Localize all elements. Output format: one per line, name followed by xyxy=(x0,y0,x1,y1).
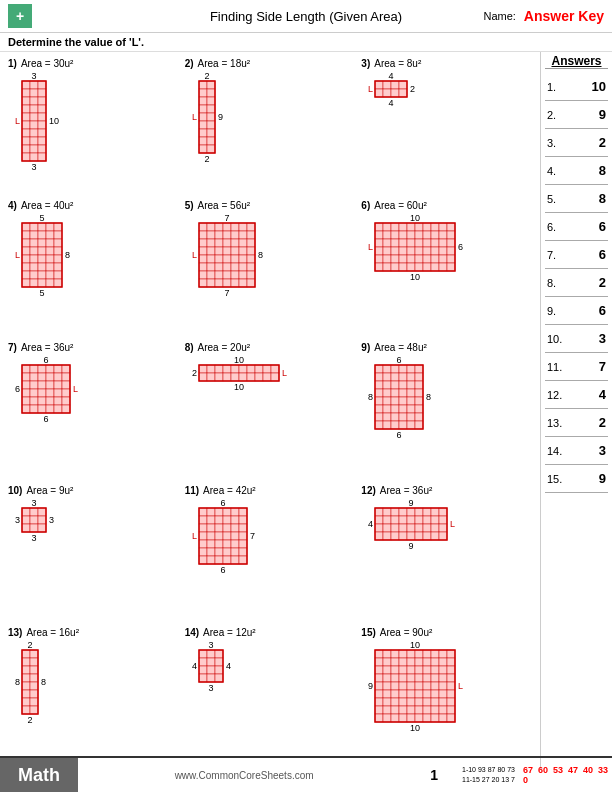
svg-rect-294 xyxy=(207,373,215,381)
svg-rect-386 xyxy=(239,516,247,524)
answer-val: 6 xyxy=(599,303,606,318)
svg-rect-450 xyxy=(383,532,391,540)
svg-rect-75 xyxy=(54,223,62,231)
svg-text:4: 4 xyxy=(226,661,231,671)
svg-rect-295 xyxy=(215,373,223,381)
svg-text:10: 10 xyxy=(49,116,59,126)
svg-rect-106 xyxy=(22,279,30,287)
svg-rect-409 xyxy=(231,548,239,556)
svg-rect-130 xyxy=(199,239,207,247)
svg-rect-523 xyxy=(391,666,399,674)
svg-text:2: 2 xyxy=(27,640,32,650)
svg-text:9: 9 xyxy=(409,541,414,551)
svg-text:3: 3 xyxy=(15,515,20,525)
svg-rect-436 xyxy=(415,516,423,524)
answer-item-2: 2.9 xyxy=(545,101,608,129)
svg-text:L: L xyxy=(192,112,197,122)
problem-9: 9)Area = 48u²6688 xyxy=(359,340,534,480)
svg-rect-422 xyxy=(375,508,383,516)
svg-rect-21 xyxy=(22,137,30,145)
svg-rect-12 xyxy=(22,113,30,121)
svg-rect-137 xyxy=(199,247,207,255)
svg-rect-379 xyxy=(231,508,239,516)
svg-rect-299 xyxy=(247,373,255,381)
svg-rect-433 xyxy=(391,516,399,524)
svg-rect-44 xyxy=(207,113,215,121)
problem-5: 5)Area = 56u²77L8 xyxy=(183,198,358,338)
svg-rect-116 xyxy=(199,223,207,231)
answer-item-4: 4.8 xyxy=(545,157,608,185)
svg-rect-93 xyxy=(38,255,46,263)
svg-rect-389 xyxy=(215,524,223,532)
svg-rect-330 xyxy=(407,389,415,397)
problem-3: 3)Area = 8u²44L2 xyxy=(359,56,534,196)
svg-rect-583 xyxy=(391,714,399,722)
svg-rect-216 xyxy=(447,247,455,255)
svg-rect-127 xyxy=(231,231,239,239)
svg-rect-5 xyxy=(38,89,46,97)
svg-rect-337 xyxy=(415,397,423,405)
svg-rect-77 xyxy=(30,231,38,239)
svg-rect-585 xyxy=(407,714,415,722)
svg-rect-244 xyxy=(38,365,46,373)
svg-rect-65 xyxy=(399,89,407,97)
svg-text:10: 10 xyxy=(234,355,244,365)
answer-num: 13. xyxy=(547,417,562,429)
area-text: Area = 36u² xyxy=(380,485,433,496)
svg-rect-3 xyxy=(22,89,30,97)
problem-13: 13)Area = 16u²2288 xyxy=(6,625,181,765)
svg-rect-80 xyxy=(54,231,62,239)
svg-rect-447 xyxy=(431,524,439,532)
svg-rect-236 xyxy=(447,263,455,271)
answer-num: 14. xyxy=(547,445,562,457)
svg-rect-293 xyxy=(199,373,207,381)
svg-rect-99 xyxy=(46,263,54,271)
problem-label-8: 8)Area = 20u² xyxy=(185,342,250,353)
svg-rect-23 xyxy=(38,137,46,145)
answer-num: 12. xyxy=(547,389,562,401)
area-text: Area = 40u² xyxy=(21,200,74,211)
svg-rect-354 xyxy=(407,421,415,429)
svg-rect-362 xyxy=(30,508,38,516)
svg-text:6: 6 xyxy=(397,430,402,440)
svg-rect-344 xyxy=(375,413,383,421)
svg-rect-563 xyxy=(391,698,399,706)
svg-rect-395 xyxy=(215,532,223,540)
svg-rect-60 xyxy=(391,81,399,89)
svg-rect-516 xyxy=(415,658,423,666)
svg-rect-404 xyxy=(239,540,247,548)
area-text: Area = 20u² xyxy=(198,342,251,353)
svg-text:3: 3 xyxy=(31,162,36,172)
area-text: Area = 60u² xyxy=(374,200,427,211)
problem-label-4: 4)Area = 40u² xyxy=(8,200,73,211)
svg-rect-325 xyxy=(415,381,423,389)
svg-rect-207 xyxy=(375,247,383,255)
svg-rect-495 xyxy=(215,674,223,682)
svg-rect-568 xyxy=(431,698,439,706)
svg-rect-64 xyxy=(391,89,399,97)
svg-rect-86 xyxy=(22,247,30,255)
svg-rect-556 xyxy=(415,690,423,698)
answer-item-8: 8.2 xyxy=(545,269,608,297)
problem-label-13: 13)Area = 16u² xyxy=(8,627,79,638)
svg-rect-143 xyxy=(247,247,255,255)
svg-rect-231 xyxy=(407,263,415,271)
svg-rect-564 xyxy=(399,698,407,706)
svg-rect-403 xyxy=(231,540,239,548)
problem-label-1: 1)Area = 30u² xyxy=(8,58,73,69)
svg-rect-484 xyxy=(199,650,207,658)
svg-rect-331 xyxy=(415,389,423,397)
svg-rect-95 xyxy=(54,255,62,263)
svg-rect-184 xyxy=(431,223,439,231)
problem-num: 13) xyxy=(8,627,22,638)
problem-num: 5) xyxy=(185,200,194,211)
svg-rect-508 xyxy=(431,650,439,658)
svg-rect-502 xyxy=(383,650,391,658)
instructions: Determine the value of 'L'. xyxy=(0,33,612,52)
svg-rect-577 xyxy=(423,706,431,714)
svg-rect-542 xyxy=(383,682,391,690)
svg-rect-37 xyxy=(199,89,207,97)
svg-rect-264 xyxy=(54,389,62,397)
svg-rect-429 xyxy=(431,508,439,516)
svg-rect-586 xyxy=(415,714,423,722)
